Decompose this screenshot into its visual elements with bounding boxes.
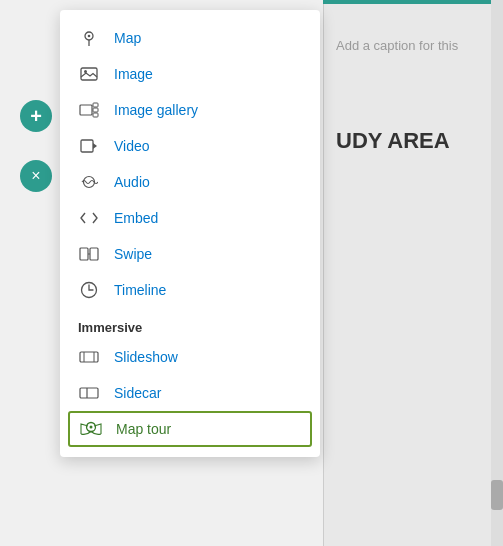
- svg-point-1: [88, 35, 91, 38]
- map-tour-icon: [80, 418, 102, 440]
- slideshow-icon: [78, 346, 100, 368]
- svg-point-10: [84, 177, 95, 188]
- menu-item-swipe[interactable]: Swipe: [60, 236, 320, 272]
- menu-item-sidecar-label: Sidecar: [114, 385, 161, 401]
- menu-item-embed-label: Embed: [114, 210, 158, 226]
- menu-item-slideshow[interactable]: Slideshow: [60, 339, 320, 375]
- menu-item-slideshow-label: Slideshow: [114, 349, 178, 365]
- right-panel: Add a caption for this UDY AREA: [323, 0, 503, 546]
- svg-point-21: [90, 426, 93, 429]
- immersive-section-header: Immersive: [60, 308, 320, 339]
- menu-item-map-tour-label: Map tour: [116, 421, 171, 437]
- svg-rect-15: [80, 352, 98, 362]
- add-button[interactable]: +: [20, 100, 52, 132]
- svg-rect-6: [93, 108, 98, 112]
- svg-marker-9: [93, 143, 97, 149]
- study-area-heading: UDY AREA: [328, 120, 503, 162]
- menu-item-timeline[interactable]: Timeline: [60, 272, 320, 308]
- video-icon: [78, 135, 100, 157]
- svg-rect-11: [80, 248, 88, 260]
- svg-rect-7: [93, 113, 98, 117]
- embed-icon: [78, 207, 100, 229]
- menu-item-image-gallery-label: Image gallery: [114, 102, 198, 118]
- menu-item-map[interactable]: Map: [60, 20, 320, 56]
- svg-rect-2: [81, 68, 97, 80]
- timeline-icon: [78, 279, 100, 301]
- menu-item-image-label: Image: [114, 66, 153, 82]
- audio-icon: [78, 171, 100, 193]
- scrollbar[interactable]: [491, 0, 503, 546]
- scrollbar-thumb[interactable]: [491, 480, 503, 510]
- menu-item-video-label: Video: [114, 138, 150, 154]
- sidecar-icon: [78, 382, 100, 404]
- image-icon: [78, 63, 100, 85]
- svg-rect-5: [93, 103, 98, 107]
- menu-item-image-gallery[interactable]: Image gallery: [60, 92, 320, 128]
- content-type-dropdown: Map Image Image gallery: [60, 10, 320, 457]
- svg-point-3: [84, 70, 87, 73]
- svg-rect-18: [80, 388, 98, 398]
- image-gallery-icon: [78, 99, 100, 121]
- caption-placeholder: Add a caption for this: [328, 30, 503, 61]
- svg-rect-8: [81, 140, 93, 152]
- swipe-icon: [78, 243, 100, 265]
- menu-item-swipe-label: Swipe: [114, 246, 152, 262]
- teal-accent-bar: [323, 0, 503, 4]
- menu-item-embed[interactable]: Embed: [60, 200, 320, 236]
- menu-item-sidecar[interactable]: Sidecar: [60, 375, 320, 411]
- menu-item-audio[interactable]: Audio: [60, 164, 320, 200]
- menu-item-map-tour[interactable]: Map tour: [68, 411, 312, 447]
- menu-item-timeline-label: Timeline: [114, 282, 166, 298]
- menu-item-map-label: Map: [114, 30, 141, 46]
- menu-item-audio-label: Audio: [114, 174, 150, 190]
- menu-item-image[interactable]: Image: [60, 56, 320, 92]
- menu-item-video[interactable]: Video: [60, 128, 320, 164]
- map-icon: [78, 27, 100, 49]
- svg-rect-4: [80, 105, 92, 115]
- svg-rect-12: [90, 248, 98, 260]
- close-button[interactable]: ×: [20, 160, 52, 192]
